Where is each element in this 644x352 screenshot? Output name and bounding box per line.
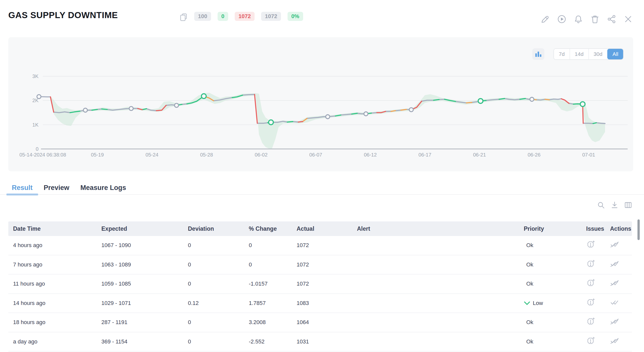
- data-point-marker: [409, 108, 413, 112]
- add-issue-icon[interactable]: [586, 317, 595, 326]
- tab-result[interactable]: Result: [6, 181, 38, 195]
- acknowledge-disabled-icon[interactable]: [610, 336, 619, 345]
- cell-actions: [610, 259, 632, 270]
- cell-actual: 1072: [297, 242, 357, 249]
- cell-issues: [586, 336, 610, 347]
- columns-icon[interactable]: [624, 201, 632, 209]
- acknowledge-disabled-icon[interactable]: [610, 259, 619, 268]
- anomaly-point-marker: [269, 120, 273, 125]
- column-header-deviation[interactable]: Deviation: [188, 225, 249, 232]
- cell-actions: [610, 240, 632, 251]
- tab-preview[interactable]: Preview: [38, 181, 75, 195]
- column-header-priority[interactable]: Priority: [524, 225, 586, 232]
- priority-label: Low: [533, 300, 543, 306]
- priority-label: Ok: [526, 281, 533, 287]
- table-row: 11 hours ago1059 - 10850-1.01571072Ok: [8, 275, 632, 294]
- table-scrollbar-thumb[interactable]: [637, 219, 640, 240]
- tabs-divider: [0, 194, 644, 195]
- acknowledge-disabled-icon[interactable]: [610, 240, 619, 249]
- data-point-marker: [364, 112, 368, 116]
- x-tick-label: 06-17: [418, 152, 431, 158]
- priority-label: Ok: [526, 261, 533, 268]
- cell-issues: [586, 279, 610, 289]
- range-selector: 7d 14d 30d All: [553, 48, 624, 60]
- x-tick-label: 06-12: [364, 152, 377, 158]
- priority-chevron-down-icon: [524, 301, 530, 305]
- range-30d[interactable]: 30d: [588, 49, 607, 59]
- column-header-actual[interactable]: Actual: [297, 225, 357, 232]
- range-7d[interactable]: 7d: [554, 49, 569, 59]
- cell-deviation: 0.12: [188, 300, 249, 306]
- cell-expected: 287 - 1191: [101, 319, 188, 326]
- anomaly-point-marker: [478, 99, 483, 103]
- page-header: GAS SUPPLY DOWNTIME 1000107210720%: [0, 0, 644, 37]
- column-header-issues[interactable]: Issues: [586, 225, 610, 232]
- add-issue-icon[interactable]: [586, 259, 595, 268]
- table-row: a day ago369 - 11540-2.5521031Ok: [8, 332, 632, 352]
- column-header-actions[interactable]: Actions: [610, 225, 632, 232]
- priority-label: Ok: [526, 338, 533, 345]
- cell-priority: Ok: [524, 281, 586, 287]
- run-icon[interactable]: [557, 15, 566, 24]
- cell-pct-change: 3.2008: [249, 319, 297, 326]
- column-header--change[interactable]: % Change: [249, 225, 297, 232]
- x-tick-label: 05-28: [200, 152, 213, 158]
- share-icon[interactable]: [607, 15, 616, 24]
- cell-issues: [586, 317, 610, 328]
- stat-badge: 1072: [261, 12, 281, 21]
- cell-actions: [610, 279, 632, 289]
- cell-expected: 1067 - 1090: [101, 242, 188, 249]
- anomaly-point-marker: [580, 102, 585, 106]
- data-point-marker: [530, 97, 534, 101]
- tab-measure-logs[interactable]: Measure Logs: [75, 181, 132, 195]
- chart-panel: 01K2K3K05-14-2024 06:38:0805-1905-2405-2…: [8, 37, 633, 171]
- table-row: 14 hours ago1029 - 10710.121.78571083Low: [8, 294, 632, 313]
- anomaly-point-marker: [202, 94, 206, 99]
- x-tick-label: 06-26: [528, 152, 540, 158]
- download-icon[interactable]: [611, 201, 618, 209]
- column-header-alert[interactable]: Alert: [357, 225, 524, 232]
- acknowledge-disabled-icon[interactable]: [610, 317, 619, 326]
- acknowledge-icon[interactable]: [610, 298, 619, 307]
- range-all[interactable]: All: [607, 49, 623, 59]
- cell-actions: [610, 298, 632, 308]
- stat-badge: 100: [194, 12, 211, 21]
- cell-actual: 1064: [297, 319, 357, 326]
- copy-icon[interactable]: [179, 13, 189, 22]
- cell-pct-change: 0: [249, 261, 297, 268]
- edit-icon[interactable]: [541, 15, 550, 24]
- range-14d[interactable]: 14d: [570, 49, 588, 59]
- cell-pct-change: -1.0157: [249, 281, 297, 287]
- page-title: GAS SUPPLY DOWNTIME: [8, 10, 118, 20]
- data-point-marker: [175, 103, 179, 107]
- add-issue-icon[interactable]: [586, 240, 595, 249]
- cell-actual: 1072: [297, 281, 357, 287]
- x-tick-label: 05-24: [145, 152, 158, 158]
- x-tick-label: 06-21: [473, 152, 486, 158]
- delete-icon[interactable]: [590, 15, 599, 24]
- table-scrollbar[interactable]: [637, 219, 640, 351]
- column-header-date-time[interactable]: Date Time: [13, 225, 101, 232]
- priority-label: Ok: [526, 319, 533, 326]
- data-point-marker: [37, 95, 41, 99]
- column-header-expected[interactable]: Expected: [101, 225, 188, 232]
- add-issue-icon[interactable]: [586, 298, 595, 307]
- table-header-row: Date TimeExpectedDeviation% ChangeActual…: [8, 221, 632, 236]
- acknowledge-disabled-icon[interactable]: [610, 279, 619, 288]
- cell-priority: Ok: [524, 319, 586, 326]
- x-tick-label: 06-02: [255, 152, 267, 158]
- cell-actual: 1083: [297, 300, 357, 306]
- tabs: Result Preview Measure Logs: [6, 181, 132, 195]
- cell-date-time: 4 hours ago: [13, 242, 101, 249]
- close-icon[interactable]: [624, 15, 633, 24]
- add-issue-icon[interactable]: [586, 336, 595, 345]
- cell-deviation: 0: [188, 242, 249, 249]
- cell-deviation: 0: [188, 261, 249, 268]
- notifications-icon[interactable]: [574, 15, 583, 24]
- add-issue-icon[interactable]: [586, 279, 595, 288]
- cell-issues: [586, 298, 610, 308]
- search-icon[interactable]: [597, 201, 605, 209]
- bar-chart-icon[interactable]: [532, 48, 544, 60]
- cell-priority: Ok: [524, 242, 586, 249]
- y-tick-label: 3K: [32, 73, 39, 79]
